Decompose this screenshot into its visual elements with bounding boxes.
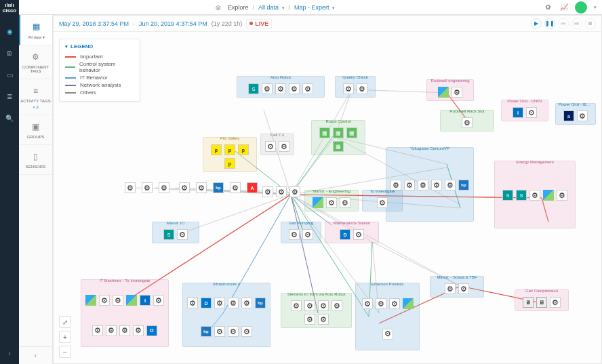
zoom-fit-button[interactable]: ⤢ [59,316,71,328]
group-quality[interactable]: Quality Check [335,76,376,98]
sidebar-label: ACTIVITY TAGS [20,99,50,103]
group-it-machines[interactable]: IT Machines - To Investigate [81,279,169,347]
group-energy[interactable]: Energy Management [494,161,576,228]
play-button[interactable]: ▶ [531,18,542,29]
zoom-in-button[interactable]: + [59,331,71,343]
loose-node[interactable] [262,186,273,197]
group-emerson[interactable]: Emerson Process [355,283,420,350]
time-bar: May 29, 2018 3:37:54 PM - Jun 20, 2019 4… [54,16,601,32]
groups-icon: ▣ [30,121,42,133]
group-auto-robot[interactable]: Auto Robot [237,76,325,98]
sidebar-badge: × 2 [33,105,39,109]
group-robot-ctrl[interactable]: Robot Control [311,120,365,155]
group-rockwell-rack[interactable]: Rockwell Rack Slot [440,110,494,132]
nav-rail: ılıılıcisco ◉ 🗎 ▭ ≣ 🔍 › [0,0,19,364]
skip-fwd-button[interactable]: ⏭ [571,18,582,29]
crumb-all-data[interactable]: All data ▾ [258,4,285,11]
rail-archive-icon[interactable]: ▭ [3,68,16,81]
group-gaz-pump[interactable]: Gaz Pumping [281,222,321,243]
legend-label: Others [80,89,96,96]
sidebar-collapse[interactable]: ‹ [19,346,52,364]
group-cell[interactable]: Cell 7.2 [260,134,294,155]
legend-row: Important [65,54,134,60]
chart-icon[interactable]: 📈 [559,2,569,13]
main-area: May 29, 2018 3:37:54 PM - Jun 20, 2019 4… [53,15,602,364]
legend-row: Network analysis [65,82,134,88]
loose-node[interactable] [142,182,153,193]
sidebar-label: GROUPS [26,135,44,139]
group-rockwell-eng[interactable]: Rockwell engineering [426,79,474,101]
group-maint[interactable]: Maintenance Station [325,222,379,243]
legend-title[interactable]: ▾LEGEND [65,43,134,49]
legend-label: Network analysis [80,82,121,88]
legend-label: IT Behavior [80,75,108,81]
compass-icon: ◎ [213,2,224,13]
group-pilz[interactable]: Pilz Safety [203,137,257,172]
loose-node[interactable] [125,182,136,193]
sidebar-label: COMPONENT TAGS [20,65,51,73]
group-manuf-scada[interactable]: Manuf. - Scada & TBF [430,276,484,298]
settings-icon[interactable]: ⚙ [542,2,553,13]
sidebar: ▦ All data ▾ ⚙ COMPONENT TAGS ≡ ACTIVITY… [19,15,53,364]
brand-logo: ılıılıcisco [3,3,16,14]
rail-dashboard-icon[interactable]: ◉ [3,24,16,38]
skip-back-button[interactable]: ⏮ [558,18,569,29]
activity-icon: ≡ [30,85,42,97]
sidebar-component-tags[interactable]: ⚙ COMPONENT TAGS [19,45,52,79]
loose-node[interactable] [159,182,169,193]
group-manuf-eng[interactable]: Manuf. - Engineering [304,190,359,211]
legend-swatch [65,56,76,58]
avatar-caret[interactable]: ▾ [594,5,597,10]
sidebar-label: All data ▾ [28,35,45,39]
loose-node[interactable] [196,182,207,193]
live-indicator[interactable]: LIVE [246,19,272,28]
avatar[interactable] [575,1,587,14]
group-power-iec[interactable]: Power Grid - IEC 104 [555,103,596,125]
loose-node[interactable] [179,182,190,193]
legend-label: Important [80,54,103,60]
group-siemens-io[interactable]: Siemens IO from via Auto Robot [281,293,352,328]
sidebar-activity-tags[interactable]: ≡ ACTIVITY TAGS × 2 [19,79,52,115]
rail-doc-icon[interactable]: 🗎 [3,46,16,60]
sidebar-groups[interactable]: ▣ GROUPS [19,115,52,145]
end-button[interactable]: ⏹ [585,18,596,29]
top-bar: ◎ Explore / All data ▾ / Map - Expert ▾ … [0,0,602,15]
legend-row: Others [65,89,134,96]
group-gaz-comp[interactable]: Gaz Compression [515,289,569,311]
legend-panel: ▾LEGEND ImportantControl system behavior… [59,39,140,102]
sensor-icon: ▯ [30,150,42,163]
rail-expand-icon[interactable]: › [3,346,16,360]
sidebar-all-data[interactable]: ▦ All data ▾ [19,15,52,45]
zoom-controls: ⤢ + − [59,316,71,358]
group-power-dnp[interactable]: Power Grid - DNP3 [501,100,548,121]
gear-icon: ⚙ [30,51,42,63]
time-end[interactable]: Jun 20, 2019 4:37:54 PM [139,20,207,27]
loose-node[interactable] [276,186,287,197]
loose-node[interactable] [247,182,258,193]
loose-node[interactable] [230,182,241,193]
legend-swatch [65,66,75,68]
group-infra[interactable]: Infrastructure 2 [182,283,270,347]
legend-swatch [65,92,76,94]
zoom-out-button[interactable]: − [59,346,71,358]
group-investigate[interactable]: To Investigate [362,190,403,211]
crumb-map-mode[interactable]: Map - Expert ▾ [294,4,335,11]
sidebar-label: SENSORS [26,165,45,169]
loose-node[interactable] [213,182,224,193]
explore-label: Explore [228,4,249,11]
group-manuf-io[interactable]: Manuf. IO [152,222,199,243]
rail-search-icon[interactable]: 🔍 [3,111,16,125]
loose-node[interactable] [289,186,300,197]
legend-swatch [65,85,76,86]
sidebar-sensors[interactable]: ▯ SENSORS [19,145,52,175]
legend-row: IT Behavior [65,75,134,81]
rail-layers-icon[interactable]: ≣ [3,89,16,103]
pause-button[interactable]: ❚❚ [544,18,555,29]
playback-controls: ▶ ❚❚ ⏮ ⏭ ⏹ [531,18,596,29]
time-start[interactable]: May 29, 2018 3:37:54 PM [59,20,129,27]
time-duration: (1y 22d 1h) [212,20,243,27]
legend-swatch [65,77,76,79]
legend-label: Control system behavior [79,61,134,73]
grid-icon: ▦ [31,20,43,33]
legend-row: Control system behavior [65,61,134,73]
